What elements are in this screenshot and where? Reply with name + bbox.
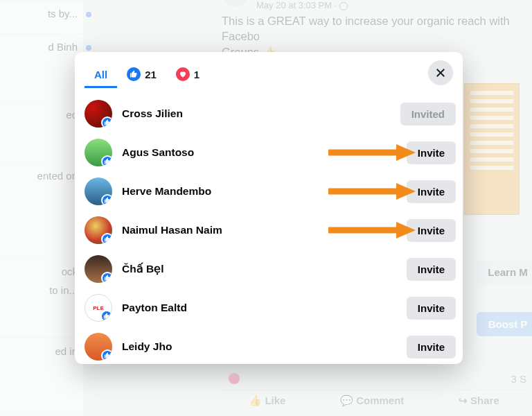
avatar[interactable] bbox=[85, 333, 112, 361]
tab-love-count: 1 bbox=[194, 69, 200, 80]
avatar[interactable] bbox=[85, 177, 112, 205]
close-icon bbox=[434, 67, 447, 79]
avatar[interactable] bbox=[85, 216, 112, 244]
person-name[interactable]: Payton Ealtd bbox=[122, 302, 407, 314]
tab-love[interactable]: 1 bbox=[166, 62, 209, 89]
tab-like[interactable]: 21 bbox=[117, 62, 166, 89]
tab-all-label: All bbox=[94, 69, 107, 80]
person-row: Čhấ BẹlInvite bbox=[85, 250, 456, 288]
reaction-badge-like-icon bbox=[101, 233, 112, 244]
person-row: Agus SantosoInvite bbox=[85, 133, 456, 172]
avatar[interactable]: PLE bbox=[85, 294, 112, 322]
reaction-badge-like-icon bbox=[101, 349, 112, 361]
reaction-badge-like-icon bbox=[101, 116, 112, 128]
reaction-badge-like-icon bbox=[101, 272, 112, 283]
reactions-dialog: All 21 1 Cross JilienInvitedAgus Santoso… bbox=[75, 52, 463, 364]
invite-button[interactable]: Invite bbox=[407, 141, 456, 164]
person-row: Herve MandemboInvite bbox=[85, 172, 456, 211]
person-row: Leidy JhoInvite bbox=[85, 327, 456, 364]
person-name[interactable]: Naimul Hasan Naim bbox=[122, 224, 407, 236]
person-row: PLEPayton EaltdInvite bbox=[85, 288, 456, 327]
reaction-badge-like-icon bbox=[101, 194, 112, 205]
invite-button[interactable]: Invite bbox=[407, 258, 456, 281]
person-name[interactable]: Leidy Jho bbox=[122, 340, 407, 353]
invite-button[interactable]: Invite bbox=[407, 336, 456, 358]
person-name[interactable]: Čhấ Bẹl bbox=[122, 263, 407, 275]
love-icon bbox=[176, 67, 190, 81]
invite-button[interactable]: Invite bbox=[407, 219, 456, 242]
person-name[interactable]: Cross Jilien bbox=[122, 107, 400, 120]
reaction-badge-like-icon bbox=[101, 155, 112, 166]
reaction-badge-like-icon bbox=[100, 310, 112, 322]
person-name[interactable]: Herve Mandembo bbox=[122, 185, 407, 198]
reaction-tabs: All 21 1 bbox=[75, 52, 463, 90]
like-icon bbox=[127, 67, 141, 81]
person-name[interactable]: Agus Santoso bbox=[122, 146, 407, 159]
avatar[interactable] bbox=[85, 255, 112, 283]
person-row: Naimul Hasan NaimInvite bbox=[85, 211, 456, 250]
avatar[interactable] bbox=[85, 139, 112, 166]
avatar[interactable] bbox=[85, 100, 112, 128]
tab-all[interactable]: All bbox=[85, 63, 117, 88]
tab-like-count: 21 bbox=[145, 69, 157, 80]
invite-button[interactable]: Invite bbox=[407, 297, 456, 320]
close-button[interactable] bbox=[428, 60, 453, 85]
people-list: Cross JilienInvitedAgus SantosoInviteHer… bbox=[75, 90, 463, 364]
invited-button: Invited bbox=[400, 103, 456, 125]
person-row: Cross JilienInvited bbox=[85, 94, 456, 133]
invite-button[interactable]: Invite bbox=[407, 180, 456, 203]
